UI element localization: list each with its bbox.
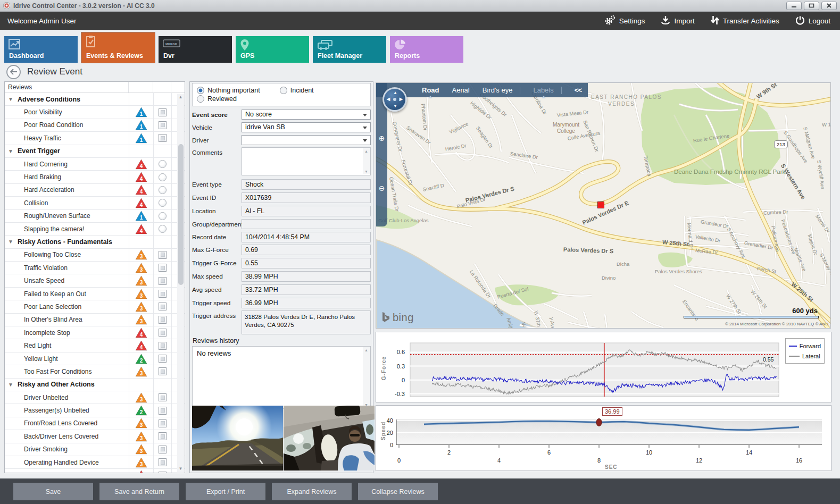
item-radio[interactable] [159,225,167,233]
item-checkbox[interactable] [159,264,167,272]
severity-4-triangle-icon: 4 [135,327,147,338]
tree-scrollbar[interactable]: ▲ ▼ [177,94,184,472]
expand-reviews-button[interactable]: Expand Reviews [272,483,352,500]
item-checkbox[interactable] [159,108,167,116]
item-checkbox[interactable] [159,121,167,129]
item-checkbox[interactable] [159,458,167,466]
tree-group-row[interactable]: ▼Risky and Other Actions [5,379,185,391]
tab-fleet-manager[interactable]: Fleet Manager [313,36,386,63]
form-row-trigger-g-force: Trigger G-Force0.55 [192,258,371,268]
menu-item-transfer-activities[interactable]: Transfer Activities [711,15,779,27]
back-button[interactable] [6,65,21,79]
vehicle-dropdown[interactable]: idrive Van SB [242,122,371,132]
radio-incident[interactable]: Incident [280,86,363,95]
item-radio[interactable] [159,186,167,194]
tree-item-row: Tampering/Abusing Equipment4 [5,469,185,473]
tab-gps[interactable]: GPS [236,36,309,63]
tab-reports[interactable]: Reports [390,36,463,63]
event-location-marker[interactable] [597,201,604,208]
svg-text:2: 2 [140,409,143,415]
item-radio[interactable] [159,173,167,181]
form-row-record-date: Record date10/4/2014 4:48:54 PM [192,232,371,242]
road-camera-frame[interactable] [192,406,283,471]
item-checkbox[interactable] [159,290,167,298]
collapse-caret-icon[interactable]: ▼ [5,96,16,102]
export-print-button[interactable]: Export / Print [186,483,265,500]
tree-item-row: Following Too Close3 [5,249,185,262]
svg-text:4: 4 [140,345,143,350]
map-label: College [557,129,575,134]
map-label: Marymount [553,122,579,128]
item-checkbox[interactable] [159,303,167,310]
item-checkbox[interactable] [159,472,167,473]
severity-column-header [129,82,153,93]
item-checkbox[interactable] [159,329,167,337]
menu-item-import[interactable]: Import [661,15,694,27]
close-button[interactable] [821,2,837,10]
driver-dropdown[interactable] [242,135,371,145]
menu-item-settings[interactable]: Settings [604,15,645,27]
item-checkbox[interactable] [159,134,167,142]
tab-dvr[interactable]: MERGEDvr [159,36,232,63]
map-view-road[interactable]: Road [422,86,439,94]
zoom-out-button[interactable]: ⊖ [377,184,386,193]
item-radio[interactable] [159,160,167,168]
radio-nothing-important[interactable]: Nothing important [197,86,280,95]
severity-4-triangle-icon: 4 [135,470,147,473]
download-icon [661,15,670,27]
item-checkbox[interactable] [159,277,167,285]
tree-scrollbar-thumb[interactable] [178,144,184,285]
item-radio[interactable] [159,212,167,220]
bing-logo: bing [381,312,414,324]
item-checkbox[interactable] [159,251,167,259]
maximize-button[interactable] [804,2,819,10]
zoom-in-button[interactable]: ⊕ [377,134,386,143]
event-score-dropdown[interactable]: No score [242,110,371,120]
item-checkbox[interactable] [159,419,167,427]
item-checkbox[interactable] [159,407,167,415]
map-label: EAST RANCHO PALOS [591,95,662,100]
comments-textarea[interactable]: ▲▼ [242,147,371,175]
map-view-aerial[interactable]: Aerial [452,86,470,94]
item-checkbox[interactable] [159,446,167,453]
form-row-driver: Driver [192,135,371,145]
scroll-down-arrow[interactable]: ▼ [177,465,184,472]
map-panel[interactable]: RoadAerialBird's eyeLabels<< ▲▼ ◀▶ ⊕ ⊖ b… [376,82,831,329]
item-checkbox[interactable] [159,355,167,363]
scroll-up-arrow[interactable]: ▲ [177,94,184,100]
collapse-caret-icon[interactable]: ▼ [5,239,16,245]
severity-1-triangle-icon: 1 [135,211,147,221]
map-attribution: © 2014 Microsoft Corporation © 2010 NAVT… [725,322,828,326]
tree-item-row: Heavy Traffic1 [5,132,185,145]
svg-text:1: 1 [140,215,143,221]
collapse-caret-icon[interactable]: ▼ [5,148,16,154]
map-view-bird-s-eye[interactable]: Bird's eye [483,86,513,94]
item-checkbox[interactable] [159,432,167,440]
menu-item-logout[interactable]: Logout [795,15,830,27]
tree-group-row[interactable]: ▼Event Trigger [5,145,185,158]
item-checkbox[interactable] [159,367,167,375]
item-checkbox[interactable] [159,393,167,401]
radio-reviewed[interactable]: Reviewed [197,95,280,103]
minimize-button[interactable] [786,2,802,10]
map-toolbar-collapse[interactable]: << [575,86,581,94]
save-button[interactable]: Save [13,483,93,500]
save-and-return-button[interactable]: Save and Return [99,483,179,500]
chevron-down-icon [363,139,367,142]
history-scrollbar[interactable]: ▲▼ [363,347,370,408]
item-checkbox[interactable] [159,316,167,324]
item-checkbox[interactable] [159,342,167,350]
severity-3-triangle-icon: 3 [135,249,147,260]
collapse-reviews-button[interactable]: Collapse Reviews [358,483,438,500]
map-view-labels[interactable]: Labels [533,86,553,94]
tree-group-row[interactable]: ▼Risky Actions - Fundamentals [5,236,185,248]
reviews-tree-panel: Reviews ▼Adverse ConditionsPoor Visibili… [4,81,185,473]
cabin-camera-frame[interactable] [284,406,375,471]
item-radio[interactable] [159,199,167,207]
clipboard-icon [86,35,96,49]
collapse-caret-icon[interactable]: ▼ [5,382,16,388]
tab-dashboard[interactable]: Dashboard [4,36,78,63]
tree-group-row[interactable]: ▼Adverse Conditions [5,93,185,106]
map-compass-control[interactable]: ▲▼ ◀▶ [382,87,407,112]
tab-events-reviews[interactable]: Events & Reviews [81,32,155,63]
